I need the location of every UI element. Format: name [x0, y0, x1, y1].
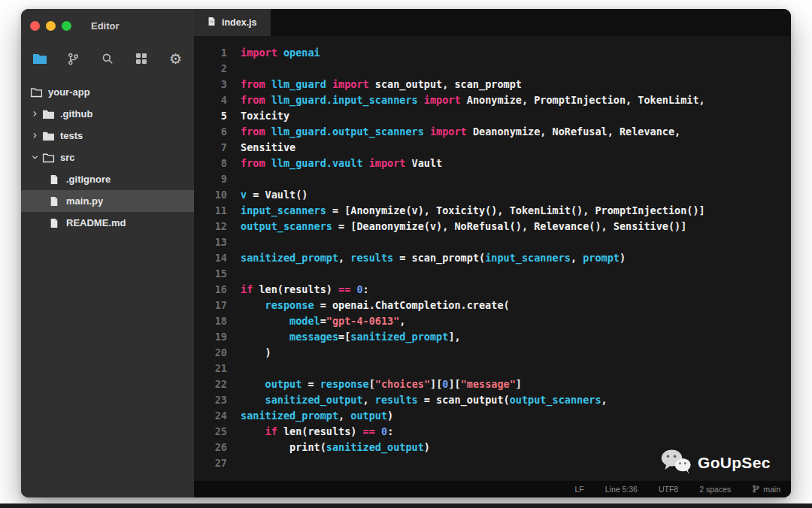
traffic-lights	[30, 21, 71, 31]
file-icon	[47, 218, 62, 228]
minimize-window-button[interactable]	[46, 21, 56, 31]
line-number: 18	[194, 313, 227, 329]
file-tree: your-app.githubtestssrc.gitignoremain.py…	[21, 78, 194, 497]
line-number: 7	[194, 140, 227, 156]
tree-item-readme-md[interactable]: README.md	[21, 212, 194, 234]
status-2-spaces[interactable]: 2 spaces	[699, 485, 731, 494]
code-area[interactable]: 1import openai23from llm_guard import sc…	[194, 36, 791, 481]
file-icon	[47, 196, 62, 207]
code-line[interactable]: 19 messages=[sanitized_prompt],	[194, 329, 791, 345]
code-line[interactable]: 1import openai	[194, 45, 791, 61]
code-line[interactable]: 24sanitized_prompt, output)	[194, 408, 791, 424]
line-number: 13	[194, 234, 227, 250]
code-line[interactable]: 20 )	[194, 345, 791, 361]
code-line[interactable]: 21	[194, 361, 791, 376]
line-number: 3	[194, 77, 227, 92]
code-text: )	[241, 345, 271, 361]
code-line[interactable]: 25 if len(results) == 0:	[194, 424, 791, 440]
window-titlebar: Editor	[21, 9, 194, 42]
chevron-right-icon[interactable]	[29, 132, 41, 140]
code-line[interactable]: 7Sensitive	[194, 140, 791, 156]
search-icon[interactable]	[95, 48, 120, 69]
code-line[interactable]: 12output_scanners = [Deanonymize(v), NoR…	[194, 219, 791, 234]
maximize-window-button[interactable]	[62, 21, 71, 31]
main-area: index.js 1import openai23from llm_guard …	[194, 9, 791, 497]
code-text: if len(results) == 0:	[241, 424, 393, 440]
status-utf8[interactable]: UTF8	[659, 485, 678, 494]
code-line[interactable]: 11input_scanners = [Anonymize(v), Toxici…	[194, 203, 791, 219]
tree-item--github[interactable]: .github	[21, 103, 194, 125]
line-number: 26	[194, 440, 227, 455]
line-number: 6	[194, 124, 227, 140]
files-icon[interactable]	[27, 48, 52, 69]
line-number: 14	[194, 250, 227, 266]
tab-index-js[interactable]: index.js	[194, 9, 271, 36]
line-number: 1	[194, 45, 227, 61]
code-text: input_scanners = [Anonymize(v), Toxicity…	[241, 203, 705, 219]
sidebar: Editor ⚙ your-app.githubtestssrc.gitigno…	[21, 9, 194, 497]
close-window-button[interactable]	[30, 21, 40, 31]
code-text: if len(results) == 0:	[241, 282, 369, 298]
code-line[interactable]: 23 sanitized_output, results = scan_outp…	[194, 392, 791, 408]
wechat-icon	[660, 448, 692, 478]
code-line[interactable]: 16if len(results) == 0:	[194, 282, 791, 298]
code-line[interactable]: 6from llm_guard.output_scanners import D…	[194, 124, 791, 140]
status-main[interactable]: main	[752, 485, 780, 494]
extensions-icon[interactable]	[129, 48, 154, 69]
tree-item--gitignore[interactable]: .gitignore	[21, 168, 194, 190]
code-text: messages=[sanitized_prompt],	[241, 329, 461, 345]
code-line[interactable]: 13	[194, 234, 791, 250]
code-text: output_scanners = [Deanonymize(v), NoRef…	[241, 219, 686, 234]
line-number: 16	[194, 282, 227, 298]
bottom-strip	[0, 503, 812, 508]
code-line[interactable]: 9	[194, 171, 791, 187]
tree-item-label: tests	[60, 130, 83, 141]
git-branch-icon[interactable]	[61, 48, 86, 69]
folder-closed-icon	[41, 131, 56, 141]
tree-item-your-app[interactable]: your-app	[21, 81, 194, 103]
code-text: print(sanitized_output)	[241, 440, 430, 455]
tree-item-label: main.py	[66, 195, 103, 207]
chevron-down-icon[interactable]	[29, 153, 41, 162]
code-line[interactable]: 4from llm_guard.input_scanners import An…	[194, 92, 791, 108]
code-text: from llm_guard.vault import Vault	[241, 156, 442, 171]
code-line[interactable]: 3from llm_guard import scan_output, scan…	[194, 77, 791, 92]
tree-item-label: .gitignore	[66, 174, 111, 185]
line-number: 4	[194, 92, 227, 108]
sidebar-toolbar: ⚙	[21, 42, 194, 78]
code-line[interactable]: 8from llm_guard.vault import Vault	[194, 156, 791, 171]
status-bar: LFLine 5:36UTF82 spacesmain	[194, 481, 791, 497]
window-title: Editor	[91, 20, 120, 32]
line-number: 12	[194, 219, 227, 234]
code-text: sanitized_prompt, results = scan_prompt(…	[241, 250, 626, 266]
code-text: from llm_guard.input_scanners import Ano…	[241, 92, 705, 108]
line-number: 10	[194, 187, 227, 203]
watermark-text: GoUpSec	[698, 454, 771, 472]
line-number: 20	[194, 345, 227, 361]
status-line-5-36[interactable]: Line 5:36	[605, 485, 638, 494]
code-text: from llm_guard import scan_output, scan_…	[241, 77, 522, 92]
code-text: output = response["choices"][0]["message…	[241, 376, 522, 392]
code-line[interactable]: 10v = Vault()	[194, 187, 791, 203]
chevron-right-icon[interactable]	[29, 110, 41, 118]
tree-item-src[interactable]: src	[21, 147, 194, 168]
settings-icon[interactable]: ⚙	[163, 48, 188, 69]
tree-item-main-py[interactable]: main.py	[21, 190, 194, 212]
watermark: GoUpSec	[660, 448, 771, 478]
code-text: Sensitive	[241, 140, 295, 156]
code-text: v = Vault()	[241, 187, 308, 203]
line-number: 22	[194, 376, 227, 392]
code-text: import openai	[241, 45, 320, 61]
code-line[interactable]: 15	[194, 266, 791, 282]
line-number: 5	[194, 108, 227, 124]
code-line[interactable]: 18 model="gpt-4-0613",	[194, 313, 791, 329]
tree-item-tests[interactable]: tests	[21, 125, 194, 147]
code-line[interactable]: 5Toxicity	[194, 108, 791, 124]
code-line[interactable]: 22 output = response["choices"][0]["mess…	[194, 376, 791, 392]
line-number: 15	[194, 266, 227, 282]
git-branch-icon	[752, 485, 760, 494]
status-lf[interactable]: LF	[574, 485, 583, 494]
code-line[interactable]: 14sanitized_prompt, results = scan_promp…	[194, 250, 791, 266]
code-line[interactable]: 17 response = openai.ChatCompletion.crea…	[194, 298, 791, 313]
code-line[interactable]: 2	[194, 61, 791, 77]
